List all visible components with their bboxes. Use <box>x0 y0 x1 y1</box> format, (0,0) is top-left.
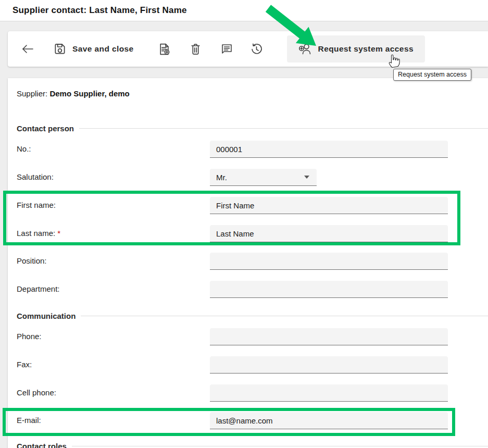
back-arrow-icon <box>21 43 34 55</box>
supplier-line: Supplier: Demo Supplier, demo <box>17 89 130 98</box>
no-label: No.: <box>17 144 31 153</box>
section-heading-contact-roles: Contact roles <box>17 442 488 448</box>
section-divider <box>79 128 488 129</box>
phone-label: Phone: <box>17 332 42 341</box>
history-icon <box>250 43 263 56</box>
email-input[interactable] <box>210 412 448 429</box>
cell-phone-input[interactable] <box>210 384 448 402</box>
window-title-bar: Supplier contact: Last Name, First Name <box>0 0 488 21</box>
page-title: Supplier contact: Last Name, First Name <box>12 5 187 16</box>
salutation-select[interactable]: Mr. <box>210 169 317 186</box>
chevron-down-icon <box>304 176 309 179</box>
new-document-button[interactable] <box>158 43 171 56</box>
fax-label: Fax: <box>17 360 32 369</box>
cell-phone-label: Cell phone: <box>17 388 56 397</box>
section-heading-communication: Communication <box>17 312 488 320</box>
required-marker: * <box>57 229 60 238</box>
position-input[interactable] <box>210 253 448 270</box>
form-panel: Supplier: Demo Supplier, demo Contact pe… <box>8 78 488 448</box>
department-input[interactable] <box>210 281 448 298</box>
hand-cursor-icon <box>387 53 400 68</box>
section-divider <box>81 316 488 316</box>
first-name-input[interactable] <box>210 197 448 214</box>
supplier-label: Supplier: <box>17 89 47 98</box>
save-and-close-label: Save and close <box>72 44 134 54</box>
supplier-value: Demo Supplier, demo <box>49 89 129 98</box>
save-icon <box>53 42 67 56</box>
delete-button[interactable] <box>190 43 202 56</box>
last-name-label: Last name:* <box>17 229 60 238</box>
last-name-input[interactable] <box>210 225 448 242</box>
phone-input[interactable] <box>210 328 448 345</box>
comments-button[interactable] <box>220 43 233 55</box>
first-name-label: First name: <box>17 201 56 209</box>
tooltip-text: Request system access <box>398 71 467 78</box>
save-and-close-button[interactable]: Save and close <box>53 42 134 56</box>
comments-icon <box>220 43 233 55</box>
salutation-value: Mr. <box>216 173 227 182</box>
green-annotation-arrow <box>263 4 318 48</box>
tooltip: Request system access <box>393 69 471 81</box>
section-heading-contact-person: Contact person <box>17 124 488 133</box>
salutation-label: Salutation: <box>17 172 54 181</box>
trash-icon <box>190 43 202 56</box>
section-divider <box>72 446 488 446</box>
new-document-icon <box>158 43 171 56</box>
history-button[interactable] <box>250 43 263 56</box>
email-label: E-mail: <box>17 416 41 425</box>
position-label: Position: <box>17 256 47 265</box>
back-button[interactable] <box>21 43 34 55</box>
green-arrow-shape <box>266 5 316 46</box>
fax-input[interactable] <box>210 356 448 374</box>
department-label: Department: <box>17 284 60 293</box>
toolbar: Save and close <box>8 31 488 67</box>
no-input[interactable] <box>210 141 448 158</box>
